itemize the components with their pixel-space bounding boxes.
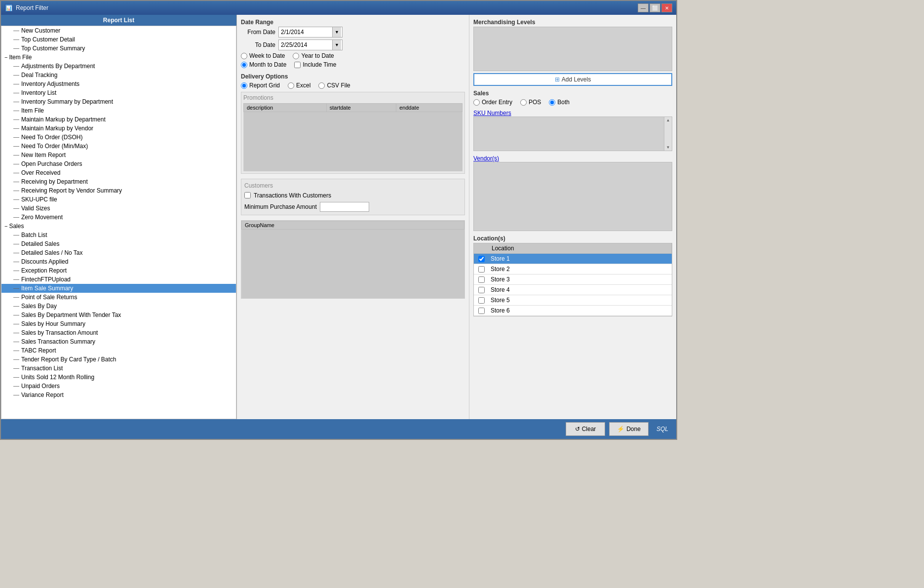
location-checkbox-store1[interactable] <box>478 256 485 262</box>
tree-item-sku-upc-file[interactable]: —SKU-UPC file <box>1 195 236 204</box>
report-grid-option[interactable]: Report Grid <box>241 82 280 89</box>
tree-item-over-received[interactable]: —Over Received <box>1 168 236 177</box>
tree-item-zero-movement[interactable]: —Zero Movement <box>1 213 236 222</box>
location-check-store4[interactable] <box>474 285 489 295</box>
location-checkbox-store5[interactable] <box>478 297 485 304</box>
minimize-button[interactable]: — <box>638 3 649 12</box>
tree-item-valid-sizes[interactable]: —Valid Sizes <box>1 204 236 213</box>
tree-item-batch-list[interactable]: —Batch List <box>1 231 236 239</box>
tree-item-receiving-by-dept[interactable]: —Receiving by Department <box>1 177 236 186</box>
csv-option[interactable]: CSV File <box>318 82 350 89</box>
location-checkbox-store3[interactable] <box>478 276 485 283</box>
tree-item-unpaid-orders[interactable]: —Unpaid Orders <box>1 382 236 391</box>
csv-radio[interactable] <box>318 82 325 89</box>
from-date-input[interactable]: 2/1/2014 ▼ <box>278 27 343 38</box>
close-button[interactable]: ✕ <box>661 3 672 12</box>
month-to-date-radio[interactable] <box>241 62 247 68</box>
location-check-store1[interactable] <box>474 254 489 264</box>
sku-scroll-up[interactable]: ▲ <box>665 117 671 123</box>
excel-option[interactable]: Excel <box>288 82 310 89</box>
order-entry-radio[interactable] <box>473 99 480 106</box>
restore-button[interactable]: ⬜ <box>650 3 660 12</box>
done-button[interactable]: ⚡ Done <box>609 422 649 436</box>
tree-item-top-customer-summary[interactable]: —Top Customer Summary <box>1 44 236 53</box>
location-row-store2[interactable]: Store 2 <box>474 264 672 274</box>
sku-scroll-down[interactable]: ▼ <box>665 144 671 151</box>
tree-item-adjustments-by-dept[interactable]: —Adjustments By Department <box>1 62 236 71</box>
report-grid-radio[interactable] <box>241 82 247 89</box>
tree-item-exception-report[interactable]: —Exception Report <box>1 266 236 275</box>
tree-item-units-sold-12-month[interactable]: —Units Sold 12 Month Rolling <box>1 373 236 382</box>
location-check-store5[interactable] <box>474 296 489 305</box>
pos-radio[interactable] <box>520 99 527 106</box>
year-to-date-option[interactable]: Year to Date <box>293 52 334 59</box>
both-option[interactable]: Both <box>549 99 570 106</box>
location-row-store6[interactable]: Store 6 <box>474 306 672 316</box>
tree-item-need-to-order-dsoh[interactable]: —Need To Order (DSOH) <box>1 133 236 142</box>
from-date-dropdown[interactable]: ▼ <box>332 27 341 37</box>
to-date-input[interactable]: 2/25/2014 ▼ <box>278 39 343 50</box>
order-entry-option[interactable]: Order Entry <box>473 99 512 106</box>
tree-item-open-purchase-orders[interactable]: —Open Purchase Orders <box>1 159 236 168</box>
tree-item-variance-report[interactable]: —Variance Report <box>1 391 236 399</box>
tree-item-discounts-applied[interactable]: —Discounts Applied <box>1 257 236 266</box>
sku-scrollbar[interactable]: ▲ ▼ <box>664 117 672 151</box>
tree-item-transaction-list[interactable]: —Transaction List <box>1 364 236 373</box>
week-to-date-option[interactable]: Week to Date <box>241 52 285 59</box>
excel-radio[interactable] <box>288 82 294 89</box>
sku-numbers-link[interactable]: SKU Numbers <box>473 110 672 117</box>
tree-item-inventory-list[interactable]: —Inventory List <box>1 88 236 97</box>
tree-item-sales-by-hour-summary[interactable]: —Sales by Hour Summary <box>1 319 236 328</box>
sql-link[interactable]: SQL <box>656 426 668 432</box>
location-checkbox-store6[interactable] <box>478 308 485 314</box>
group-body[interactable] <box>242 229 464 298</box>
tree-item-detailed-sales[interactable]: —Detailed Sales <box>1 239 236 248</box>
location-row-store1[interactable]: Store 1 <box>474 254 672 264</box>
location-row-store4[interactable]: Store 4 <box>474 285 672 295</box>
both-radio[interactable] <box>549 99 555 106</box>
include-time-option[interactable]: Include Time <box>294 61 336 68</box>
tree-item-need-to-order-minmax[interactable]: —Need To Order (Min/Max) <box>1 142 236 151</box>
report-list-scroll[interactable]: —New Customer—Top Customer Detail—Top Cu… <box>1 26 236 419</box>
tree-item-new-customer[interactable]: —New Customer <box>1 26 236 35</box>
tree-item-detailed-sales-no-tax[interactable]: —Detailed Sales / No Tax <box>1 248 236 257</box>
clear-button[interactable]: ↺ Clear <box>566 422 605 436</box>
min-purchase-input[interactable] <box>320 202 369 212</box>
tree-item-tabc-report[interactable]: —TABC Report <box>1 346 236 355</box>
transactions-checkbox[interactable] <box>244 192 251 198</box>
location-checkbox-store2[interactable] <box>478 266 485 273</box>
location-checkbox-store4[interactable] <box>478 287 485 293</box>
tree-item-sales[interactable]: −Sales <box>1 222 236 231</box>
tree-item-maintain-markup-by-dept[interactable]: —Maintain Markup by Department <box>1 115 236 124</box>
tree-item-inventory-adjustments[interactable]: —Inventory Adjustments <box>1 79 236 88</box>
tree-item-deal-tracking[interactable]: —Deal Tracking <box>1 71 236 79</box>
location-row-store5[interactable]: Store 5 <box>474 295 672 306</box>
tree-item-sales-by-dept-tender-tax[interactable]: —Sales By Department With Tender Tax <box>1 311 236 319</box>
vendors-link[interactable]: Vendor(s) <box>473 155 672 162</box>
tree-item-top-customer-detail[interactable]: —Top Customer Detail <box>1 35 236 44</box>
location-check-store6[interactable] <box>474 306 489 315</box>
tree-item-item-file[interactable]: −Item File <box>1 53 236 62</box>
tree-item-item-file-leaf[interactable]: —Item File <box>1 106 236 115</box>
month-to-date-option[interactable]: Month to Date <box>241 61 286 68</box>
tree-item-inventory-summary-by-dept[interactable]: —Inventory Summary by Department <box>1 97 236 106</box>
tree-item-item-sale-summary[interactable]: —Item Sale Summary <box>1 284 236 293</box>
to-date-dropdown[interactable]: ▼ <box>332 40 341 50</box>
tree-item-sales-transaction-summary[interactable]: —Sales Transaction Summary <box>1 337 236 346</box>
year-to-date-radio[interactable] <box>293 53 299 59</box>
week-to-date-radio[interactable] <box>241 53 247 59</box>
location-check-store3[interactable] <box>474 275 489 284</box>
tree-item-maintain-markup-by-vendor[interactable]: —Maintain Markup by Vendor <box>1 124 236 133</box>
tree-item-sales-by-transaction-amount[interactable]: —Sales by Transaction Amount <box>1 328 236 337</box>
tree-item-sales-by-day[interactable]: —Sales By Day <box>1 302 236 311</box>
tree-item-new-item-report[interactable]: —New Item Report <box>1 151 236 159</box>
tree-item-point-of-sale-returns[interactable]: —Point of Sale Returns <box>1 293 236 302</box>
include-time-checkbox[interactable] <box>294 62 301 68</box>
tree-item-tender-report-card-type[interactable]: —Tender Report By Card Type / Batch <box>1 355 236 364</box>
tree-item-fintech-ftp-upload[interactable]: —FintechFTPUpload <box>1 275 236 284</box>
promotions-body[interactable] <box>244 112 462 171</box>
pos-option[interactable]: POS <box>520 99 541 106</box>
add-levels-button[interactable]: ⊞ Add Levels <box>473 73 672 86</box>
tree-item-receiving-report-vendor-summary[interactable]: —Receiving Report by Vendor Summary <box>1 186 236 195</box>
location-check-store2[interactable] <box>474 265 489 274</box>
